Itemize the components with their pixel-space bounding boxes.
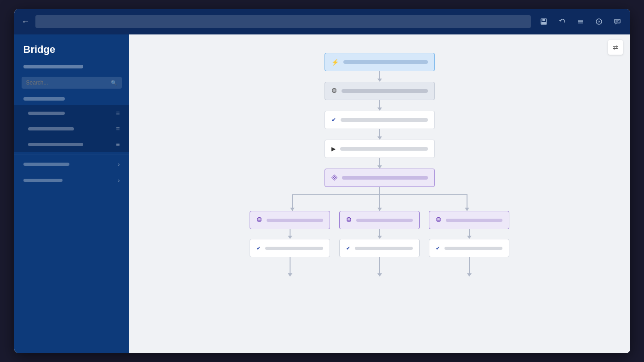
db-icon-branch-2: [346, 216, 352, 224]
svg-marker-28: [290, 208, 295, 211]
branch-col-2: ✔: [339, 211, 420, 277]
sidebar-search: 🔍: [22, 77, 122, 89]
db-icon-branch-1: [256, 216, 262, 224]
search-input[interactable]: [26, 79, 111, 86]
branch-node-3[interactable]: [429, 211, 509, 229]
svg-rect-16: [332, 177, 333, 178]
sidebar: Bridge 🔍 ≡ ≡: [14, 34, 129, 353]
branch-col-3: ✔: [429, 211, 509, 277]
check-node-1[interactable]: ✔: [325, 111, 435, 129]
svg-point-11: [332, 89, 336, 90]
sidebar-section-label[interactable]: [14, 92, 129, 105]
canvas-toolbar: ⇄: [608, 40, 623, 55]
db-node-1[interactable]: [325, 82, 435, 100]
db-icon-branch-3: [436, 216, 441, 224]
check-icon-branch-2: ✔: [346, 245, 350, 251]
check-icon-branch-1: ✔: [256, 245, 261, 251]
trigger-node[interactable]: ⚡: [325, 53, 435, 71]
svg-rect-18: [336, 177, 337, 178]
transfer-icon[interactable]: ⇄: [608, 40, 623, 55]
app-frame: ←: [14, 9, 630, 353]
save-icon[interactable]: [538, 16, 549, 27]
svg-point-34: [257, 221, 261, 222]
header-icons: ?: [538, 16, 623, 27]
svg-text:?: ?: [598, 20, 600, 24]
check-icon-branch-3: ✔: [436, 245, 440, 251]
purple-main-node[interactable]: [325, 169, 435, 187]
check-icon-1: ✔: [331, 117, 336, 123]
svg-point-35: [347, 218, 351, 219]
branch-bottom-node-1[interactable]: ✔: [250, 239, 330, 257]
svg-point-31: [257, 218, 261, 219]
sidebar-item-2[interactable]: ≡: [14, 121, 129, 136]
connector-1: [377, 71, 382, 82]
branch-connector-col-2: [377, 229, 382, 239]
branch-bottom-connector-3: [467, 257, 472, 277]
svg-rect-17: [334, 175, 335, 176]
undo-icon[interactable]: [557, 16, 568, 27]
main-layout: Bridge 🔍 ≡ ≡: [14, 34, 630, 353]
chevron-right-icon-1: ›: [118, 161, 120, 168]
sidebar-brand: Bridge: [14, 34, 129, 60]
header: ←: [14, 9, 630, 34]
svg-rect-1: [542, 19, 545, 21]
hamburger-icon-3: ≡: [116, 141, 120, 148]
network-icon-main: [331, 175, 337, 181]
lightning-icon: ⚡: [331, 59, 339, 66]
db-icon-1: [331, 88, 337, 94]
back-button[interactable]: ←: [22, 17, 30, 27]
sidebar-group-2[interactable]: ›: [14, 172, 129, 188]
sidebar-item-3[interactable]: ≡: [14, 136, 129, 152]
connector-3: [377, 129, 382, 140]
branch-bottom-node-3[interactable]: ✔: [429, 239, 509, 257]
sidebar-active-section: ≡ ≡ ≡: [14, 105, 129, 152]
connector-4: [377, 158, 382, 169]
branch-node-2[interactable]: [339, 211, 420, 229]
svg-rect-2: [541, 22, 546, 24]
svg-point-38: [347, 221, 351, 222]
sidebar-item-1[interactable]: ≡: [14, 105, 129, 121]
svg-point-39: [437, 218, 440, 219]
sidebar-top-nav[interactable]: [14, 60, 129, 73]
branch-connector-col-1: [288, 229, 292, 239]
branch-bottom-connector-1: [288, 257, 292, 277]
hamburger-icon-2: ≡: [116, 125, 120, 132]
play-node[interactable]: ▶: [325, 140, 435, 158]
svg-rect-19: [334, 179, 335, 180]
branch-node-1[interactable]: [250, 211, 330, 229]
search-icon: 🔍: [111, 80, 117, 86]
branch-bottom-node-2[interactable]: ✔: [339, 239, 420, 257]
svg-point-14: [332, 91, 336, 93]
sidebar-divider: [14, 154, 129, 154]
branch-connector-svg: [237, 187, 522, 211]
branch-lines-svg: [237, 194, 522, 211]
chevron-right-icon-2: ›: [118, 177, 120, 184]
branch-top-row: ✔: [250, 211, 509, 277]
svg-marker-29: [377, 208, 382, 211]
list-icon[interactable]: [575, 16, 586, 27]
comment-icon[interactable]: [612, 16, 623, 27]
svg-marker-30: [465, 208, 469, 211]
branch-col-1: ✔: [250, 211, 330, 277]
svg-rect-8: [615, 19, 620, 23]
svg-point-42: [437, 221, 440, 222]
header-title: [35, 15, 531, 28]
hamburger-icon-1: ≡: [116, 109, 120, 117]
flow-container: ⚡: [129, 34, 630, 353]
help-icon[interactable]: ?: [593, 16, 604, 27]
connector-2: [377, 100, 382, 111]
branch-bottom-connector-2: [377, 257, 382, 277]
play-icon: ▶: [331, 146, 336, 152]
branch-connector-col-3: [467, 229, 472, 239]
canvas-area: ⇄ ⚡: [129, 34, 630, 353]
sidebar-group-1[interactable]: ›: [14, 156, 129, 172]
